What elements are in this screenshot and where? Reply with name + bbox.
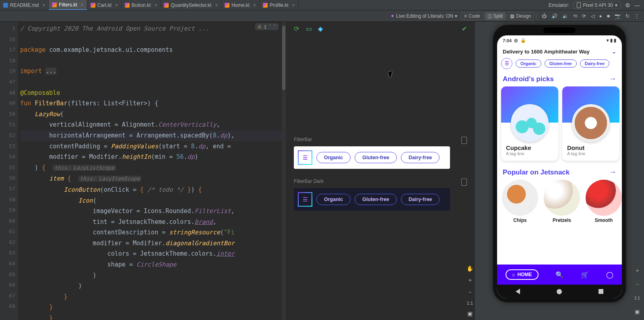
nav-home[interactable]: ⌂ HOME — [506, 269, 538, 280]
volume-up-icon[interactable]: 🔊 — [549, 12, 560, 20]
view-code[interactable]: ≡Code — [461, 12, 483, 20]
close-icon[interactable]: × — [154, 2, 157, 8]
line-number: 49 — [0, 98, 15, 109]
preview-filterbar-light[interactable]: ☰ Organic Gluten-free Dairy-free — [294, 146, 450, 169]
volume-down-icon[interactable]: 🔉 — [560, 12, 571, 20]
home-button[interactable] — [557, 289, 562, 294]
chip-dairyfree[interactable]: Dairy-free — [401, 152, 440, 163]
view-split[interactable]: ◫Split — [485, 12, 506, 20]
close-icon[interactable]: × — [292, 2, 295, 8]
chip-glutenfree[interactable]: Gluten-free — [545, 59, 577, 68]
pan-icon[interactable]: ✋ — [466, 265, 473, 272]
chip-glutenfree[interactable]: Gluten-free — [355, 152, 397, 163]
filter-icon[interactable]: ☰ — [298, 192, 312, 207]
more-icon[interactable]: ⋮ — [632, 12, 642, 20]
preview-filterbar-dark[interactable]: ☰ Organic Gluten-free Dairy-free — [294, 188, 450, 211]
back-button[interactable] — [516, 289, 520, 294]
lock-icon: 🔒 — [520, 38, 526, 43]
close-icon[interactable]: × — [215, 2, 218, 8]
snack-pretzels[interactable]: Pretzels — [544, 180, 580, 223]
inspection-badge[interactable]: ⚠ 1 ˄ ˅ — [255, 23, 279, 30]
home-icon[interactable]: ● — [597, 12, 605, 20]
close-icon[interactable]: × — [253, 2, 256, 8]
product-card-cupcake[interactable]: CupcakeA tag line — [501, 86, 558, 161]
tab-label: Filters.kt — [59, 2, 77, 8]
back-icon[interactable]: ◁ — [588, 12, 597, 20]
zoom-out-icon[interactable]: － — [467, 289, 473, 296]
device-screen[interactable]: 7:04 ◎ 🔒 ▾ ▮ ▮ Delivery to 1600 Amphithe… — [497, 35, 622, 298]
nav-cart[interactable]: 🛒 — [581, 271, 589, 279]
gear-icon[interactable]: ⚙ — [625, 2, 630, 8]
nav-search[interactable]: 🔍 — [555, 271, 564, 279]
zoom-in-icon[interactable]: ＋ — [633, 266, 642, 275]
product-image — [572, 104, 610, 142]
close-icon[interactable]: × — [81, 2, 84, 8]
close-icon[interactable]: × — [115, 2, 118, 8]
chip-organic[interactable]: Organic — [316, 152, 351, 163]
design-icon: ▦ — [510, 13, 514, 19]
device-dropdown[interactable]: Pixel 5 API 30 ▾ — [573, 1, 621, 9]
refresh-icon[interactable]: ⟳ — [294, 25, 301, 32]
camera-icon[interactable]: 📷 — [612, 12, 623, 20]
product-card-donut[interactable]: DonutA tag line — [562, 86, 619, 161]
fit-icon[interactable]: ▣ — [633, 307, 642, 316]
preview-label-dark: FilterBar Dark — [294, 178, 467, 186]
layers-icon[interactable]: ◆ — [318, 25, 325, 32]
power-icon[interactable]: ⏻ — [539, 12, 549, 20]
device-icon[interactable] — [461, 178, 467, 186]
chip-organic[interactable]: Organic — [516, 59, 541, 68]
snack-name: Smooth — [595, 217, 613, 223]
overview-button[interactable] — [599, 289, 603, 294]
snack-smoothie[interactable]: Smooth — [586, 180, 622, 223]
tab-filters[interactable]: Filters.kt× — [49, 0, 87, 10]
live-edit-toggle[interactable]: ✦ Live Editing of Literals: ON ▾ — [388, 12, 460, 20]
zoom-1-1[interactable]: 1:1 — [467, 301, 473, 306]
snack-circles[interactable]: Chips Pretzels Smooth — [497, 180, 622, 224]
filter-icon[interactable]: ☰ — [298, 150, 312, 165]
nav-profile[interactable]: ◯ — [606, 271, 613, 279]
chip-glutenfree[interactable]: Gluten-free — [355, 194, 397, 205]
chevron-down-icon[interactable]: ˅ — [274, 24, 276, 29]
device-icon[interactable] — [461, 137, 467, 144]
restart-icon[interactable]: ↻ — [623, 12, 632, 20]
chip-dairyfree[interactable]: Dairy-free — [401, 194, 440, 205]
line-number: 53 — [0, 141, 15, 152]
chip-dairyfree[interactable]: Dairy-free — [580, 59, 609, 68]
overview-icon[interactable]: ■ — [605, 12, 612, 20]
minimize-icon[interactable]: — — [634, 2, 640, 8]
arrow-right-icon[interactable]: → — [609, 168, 616, 176]
wand-icon: ✦ — [390, 13, 394, 19]
interact-icon[interactable]: ▭ — [306, 25, 313, 32]
tab-cart[interactable]: Cart.kt× — [87, 0, 122, 10]
view-design[interactable]: ▦Design — [507, 12, 534, 20]
scrollbar-track[interactable] — [282, 22, 286, 320]
zoom-in-icon[interactable]: ＋ — [467, 277, 473, 284]
rotate-right-icon[interactable]: ⟳ — [580, 12, 588, 20]
section-title: Android's picks — [503, 75, 554, 83]
chip-organic[interactable]: Organic — [316, 194, 351, 205]
scrollbar-thumb[interactable] — [282, 26, 285, 90]
chevron-up-icon[interactable]: ˄ — [269, 24, 271, 29]
filter-icon[interactable]: ☰ — [501, 58, 512, 69]
tab-quantityselector[interactable]: QuantitySelector.kt× — [161, 0, 221, 10]
kotlin-icon — [263, 3, 268, 8]
tab-readme[interactable]: README.md× — [0, 0, 49, 10]
tab-profile[interactable]: Profile.kt× — [260, 0, 299, 10]
tabs-right: Emulator: Pixel 5 API 30 ▾ ⚙ — — [545, 1, 644, 9]
code-editor[interactable]: / Copyright 2020 The Android Open Source… — [18, 22, 286, 320]
zoom-out-icon[interactable]: － — [633, 280, 642, 289]
line-number: 66 — [0, 280, 15, 291]
tab-button[interactable]: Button.kt× — [122, 0, 161, 10]
check-icon: ✔ — [462, 25, 467, 33]
close-icon[interactable]: × — [42, 2, 45, 8]
system-nav — [497, 285, 622, 298]
product-cards[interactable]: CupcakeA tag line DonutA tag line — [497, 86, 622, 166]
arrow-right-icon[interactable]: → — [609, 75, 616, 83]
fit-icon[interactable]: ▣ — [467, 310, 473, 317]
delivery-row[interactable]: Delivery to 1600 Amphitheater Way ⌄ — [497, 43, 622, 58]
zoom-1-1[interactable]: 1:1 — [633, 293, 642, 302]
rotate-left-icon[interactable]: ⟲ — [571, 12, 580, 20]
tab-home[interactable]: Home.kt× — [221, 0, 260, 10]
snack-chips[interactable]: Chips — [502, 180, 538, 223]
product-image — [511, 104, 549, 142]
